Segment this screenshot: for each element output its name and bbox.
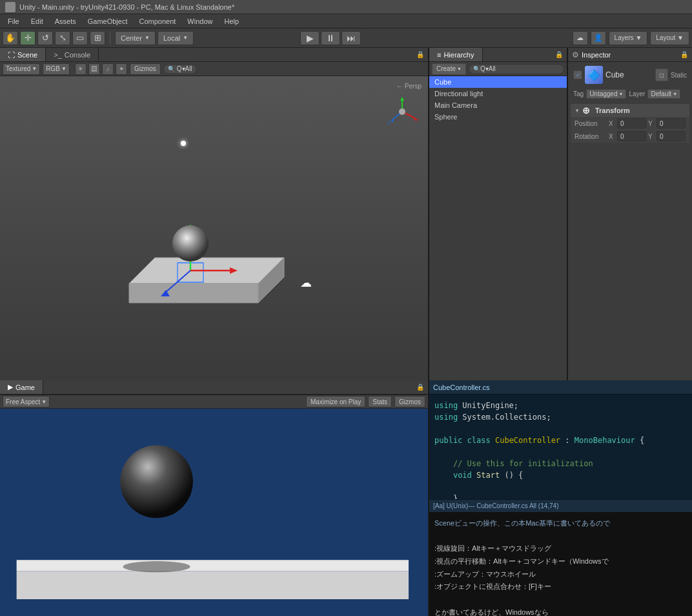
game-tab[interactable]: ▶ Game xyxy=(0,380,43,394)
pos-y-input[interactable] xyxy=(656,118,686,128)
play-controls: ▶ ⏸ ⏭ xyxy=(300,31,361,45)
svg-text:X: X xyxy=(416,117,418,123)
menu-window[interactable]: Window xyxy=(182,16,218,26)
inspector-tag-row: Tag Untagged Layer Default xyxy=(571,88,689,100)
play-button[interactable]: ▶ xyxy=(300,31,320,45)
menu-gameobject[interactable]: GameObject xyxy=(83,16,133,26)
pos-x-input[interactable] xyxy=(617,118,646,128)
position-label: Position xyxy=(575,120,606,127)
rgb-dropdown[interactable]: RGB xyxy=(43,63,70,75)
menu-file[interactable]: File xyxy=(3,16,25,26)
layout-button[interactable]: Layout ▼ xyxy=(650,31,689,45)
scene-search[interactable]: 🔍 Q▾All xyxy=(163,64,197,74)
inspector-lock-icon: 🔒 xyxy=(680,51,688,58)
transform-icon: ⊕ xyxy=(582,105,590,116)
transform-section: ▼ ⊕ Transform Position X Y xyxy=(571,104,689,143)
object-name: Cube xyxy=(606,70,653,79)
hierarchy-search-icon: 🔍 xyxy=(473,66,480,72)
pause-button[interactable]: ⏸ xyxy=(321,31,340,45)
sun-dot xyxy=(181,141,186,146)
cloud-icon: ☁ xyxy=(300,276,312,290)
hierarchy-item-cube-label: Cube xyxy=(434,78,451,86)
xyz-gizmo: Y X Z xyxy=(386,96,418,128)
cloud-icon-button[interactable]: ☁ xyxy=(573,31,588,45)
game-canvas[interactable] xyxy=(0,409,428,616)
sun-toggle[interactable]: ☀ xyxy=(75,63,86,75)
code-editor: CubeController.cs using UnityEngine; usi… xyxy=(429,380,692,616)
menu-help[interactable]: Help xyxy=(219,16,244,26)
scene-canvas[interactable]: ← Persp Y X xyxy=(0,76,428,380)
scene-tab[interactable]: ⛶ Scene xyxy=(0,48,46,61)
code-line-6: // Use this for initialization xyxy=(434,458,687,469)
tag-select[interactable]: Untagged xyxy=(586,89,626,99)
stats-btn[interactable]: Stats xyxy=(368,396,392,407)
transform-label: Transform xyxy=(595,107,630,114)
layers-button[interactable]: Layers ▼ xyxy=(609,31,648,45)
hierarchy-tab[interactable]: ≡ Hierarchy xyxy=(429,48,483,61)
rect-tool-button[interactable]: ▭ xyxy=(72,31,88,45)
scale-tool-button[interactable]: ⤡ xyxy=(55,31,70,45)
create-label: Create xyxy=(436,65,456,72)
code-line-5 xyxy=(434,446,687,458)
position-field: Position X Y xyxy=(571,117,689,130)
menu-assets[interactable]: Assets xyxy=(50,16,81,26)
static-checkbox[interactable]: □ xyxy=(655,68,668,81)
aspect-dropdown[interactable]: Free Aspect xyxy=(3,396,50,407)
step-button[interactable]: ⏭ xyxy=(341,31,361,45)
transform-header[interactable]: ▼ ⊕ Transform xyxy=(571,104,689,117)
multi-tool-button[interactable]: ⊞ xyxy=(90,31,105,45)
hierarchy-item-light[interactable]: Directional light xyxy=(429,88,567,99)
inspector-settings-icon: ⚙ xyxy=(572,50,579,59)
image-toggle[interactable]: 🖼 xyxy=(88,63,100,75)
window-title: Unity - Main.unity - tryUnity421-0930 - … xyxy=(19,3,234,11)
code-line-9: } xyxy=(434,493,687,499)
code-line-8 xyxy=(434,481,687,493)
fx-toggle[interactable]: ✦ xyxy=(116,63,127,75)
rot-y-input[interactable] xyxy=(656,131,686,141)
hierarchy-toolbar: Create 🔍 Q▾All xyxy=(429,62,567,76)
create-button[interactable]: Create xyxy=(432,63,466,75)
jp-line-7 xyxy=(434,593,687,606)
textured-dropdown[interactable]: Textured xyxy=(3,63,40,75)
hierarchy-item-sphere[interactable]: Sphere xyxy=(429,111,567,123)
inspector-obj-row: ✓ 🔷 Cube □ Static xyxy=(571,65,689,85)
hand-tool-button[interactable]: ✋ xyxy=(3,31,18,45)
center-button[interactable]: Center ▼ xyxy=(115,31,156,45)
code-tab-bar: CubeController.cs xyxy=(429,380,692,395)
hierarchy-item-cube[interactable]: Cube xyxy=(429,76,567,88)
hierarchy-item-sphere-label: Sphere xyxy=(434,113,457,121)
center-dropdown-icon: ▼ xyxy=(145,35,150,41)
rotation-xyz: X Y xyxy=(609,131,686,141)
object-enabled-checkbox[interactable]: ✓ xyxy=(573,70,582,79)
tag-label: Tag xyxy=(573,90,584,98)
rot-x-input[interactable] xyxy=(617,131,646,141)
svg-marker-11 xyxy=(129,283,258,303)
console-tab[interactable]: >_ Console xyxy=(46,48,99,61)
account-icon-button[interactable]: 👤 xyxy=(591,31,606,45)
move-tool-button[interactable]: ✛ xyxy=(20,31,36,45)
gizmos-dropdown[interactable]: Gizmos xyxy=(130,63,161,75)
sound-toggle[interactable]: ♪ xyxy=(102,63,114,75)
console-tab-label: Console xyxy=(65,51,90,59)
menu-edit[interactable]: Edit xyxy=(26,16,48,26)
center-label: Center xyxy=(121,34,142,42)
maximize-on-play-btn[interactable]: Maximize on Play xyxy=(306,396,365,407)
hierarchy-search[interactable]: 🔍 Q▾All xyxy=(469,64,564,74)
jp-line-8: とか書いてあるけど、Windowsなら xyxy=(434,606,687,616)
rotate-tool-button[interactable]: ↺ xyxy=(37,31,53,45)
scene-toolbar-icons: ☀ 🖼 ♪ ✦ xyxy=(75,63,127,75)
jp-line-3: :視線旋回：Altキー＋マウスドラッグ xyxy=(434,542,687,555)
code-tab[interactable]: CubeController.cs xyxy=(433,384,489,391)
menu-component[interactable]: Component xyxy=(134,16,181,26)
game-gizmos-dropdown[interactable]: Gizmos xyxy=(394,396,425,407)
layer-select[interactable]: Default xyxy=(647,89,680,99)
pos-x-label: X xyxy=(609,120,615,127)
local-button[interactable]: Local ▼ xyxy=(158,31,194,45)
scene-3d xyxy=(65,167,310,329)
hierarchy-tab-bar: ≡ Hierarchy 🔒 xyxy=(429,48,567,62)
rgb-label: RGB xyxy=(46,65,60,72)
inspector-body: ✓ 🔷 Cube □ Static Tag Untagged xyxy=(568,62,692,148)
svg-marker-1 xyxy=(400,97,404,101)
hierarchy-item-camera[interactable]: Main Camera xyxy=(429,99,567,111)
game-gizmos-label: Gizmos xyxy=(399,398,421,406)
